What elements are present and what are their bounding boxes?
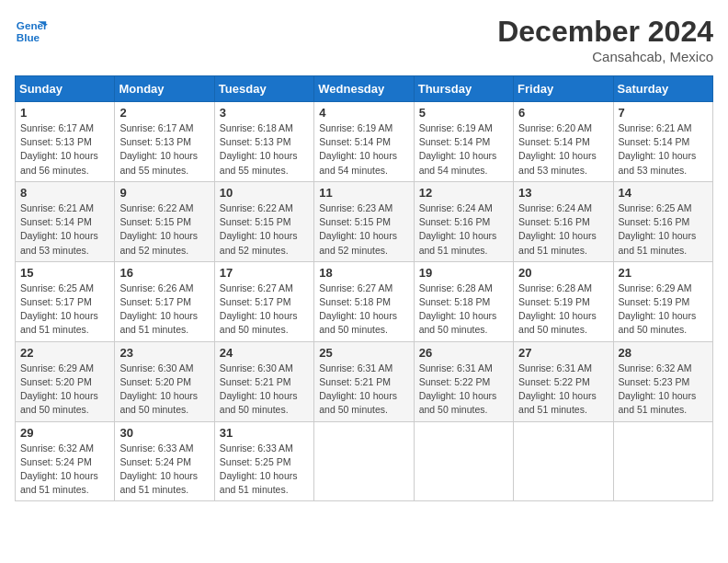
day-info: Sunrise: 6:28 AMSunset: 5:19 PMDaylight:…: [518, 282, 608, 338]
table-row: 19 Sunrise: 6:28 AMSunset: 5:18 PMDaylig…: [414, 261, 513, 341]
day-number: 23: [119, 346, 209, 360]
day-info: Sunrise: 6:29 AMSunset: 5:19 PMDaylight:…: [619, 282, 708, 338]
col-tuesday: Tuesday: [214, 76, 313, 102]
day-info: Sunrise: 6:22 AMSunset: 5:15 PMDaylight:…: [220, 201, 309, 258]
table-row: 9 Sunrise: 6:22 AMSunset: 5:15 PMDayligh…: [115, 181, 214, 261]
day-info: Sunrise: 6:19 AMSunset: 5:14 PMDaylight:…: [319, 121, 408, 178]
day-number: 1: [20, 106, 109, 120]
table-row: 18 Sunrise: 6:27 AMSunset: 5:18 PMDaylig…: [314, 261, 414, 341]
day-info: Sunrise: 6:23 AMSunset: 5:15 PMDaylight:…: [319, 201, 408, 258]
col-wednesday: Wednesday: [314, 76, 414, 102]
svg-text:General: General: [17, 19, 48, 31]
table-row: 12 Sunrise: 6:24 AMSunset: 5:16 PMDaylig…: [414, 181, 513, 261]
table-row: 8 Sunrise: 6:21 AMSunset: 5:14 PMDayligh…: [16, 181, 115, 261]
table-row: 6 Sunrise: 6:20 AMSunset: 5:14 PMDayligh…: [514, 102, 613, 182]
day-info: Sunrise: 6:25 AMSunset: 5:16 PMDaylight:…: [619, 201, 708, 258]
table-row: 24 Sunrise: 6:30 AMSunset: 5:21 PMDaylig…: [214, 341, 313, 421]
table-row: 23 Sunrise: 6:30 AMSunset: 5:20 PMDaylig…: [115, 341, 214, 421]
day-info: Sunrise: 6:31 AMSunset: 5:22 PMDaylight:…: [518, 362, 608, 418]
day-number: 30: [119, 426, 209, 440]
day-number: 31: [220, 426, 309, 440]
page-header: General Blue December 2024 Cansahcab, Me…: [15, 15, 713, 64]
table-row: 30 Sunrise: 6:33 AMSunset: 5:24 PMDaylig…: [115, 421, 214, 501]
table-row: [314, 421, 414, 501]
day-info: Sunrise: 6:21 AMSunset: 5:14 PMDaylight:…: [619, 121, 708, 178]
day-info: Sunrise: 6:32 AMSunset: 5:24 PMDaylight:…: [20, 442, 109, 498]
table-row: 5 Sunrise: 6:19 AMSunset: 5:14 PMDayligh…: [414, 102, 513, 182]
table-row: 29 Sunrise: 6:32 AMSunset: 5:24 PMDaylig…: [16, 421, 115, 501]
table-row: 25 Sunrise: 6:31 AMSunset: 5:21 PMDaylig…: [314, 341, 414, 421]
day-info: Sunrise: 6:25 AMSunset: 5:17 PMDaylight:…: [20, 282, 109, 338]
day-number: 27: [518, 346, 608, 360]
calendar-week-row: 29 Sunrise: 6:32 AMSunset: 5:24 PMDaylig…: [16, 421, 713, 501]
location: Cansahcab, Mexico: [497, 49, 713, 64]
day-number: 5: [419, 106, 508, 120]
day-info: Sunrise: 6:33 AMSunset: 5:25 PMDaylight:…: [220, 442, 309, 498]
day-info: Sunrise: 6:30 AMSunset: 5:21 PMDaylight:…: [220, 362, 309, 418]
day-info: Sunrise: 6:26 AMSunset: 5:17 PMDaylight:…: [119, 282, 209, 338]
day-number: 12: [419, 186, 508, 200]
day-number: 17: [220, 266, 309, 280]
day-number: 2: [119, 106, 209, 120]
day-info: Sunrise: 6:17 AMSunset: 5:13 PMDaylight:…: [20, 121, 109, 178]
day-number: 21: [619, 266, 708, 280]
table-row: 27 Sunrise: 6:31 AMSunset: 5:22 PMDaylig…: [514, 341, 613, 421]
day-number: 6: [518, 106, 608, 120]
table-row: 3 Sunrise: 6:18 AMSunset: 5:13 PMDayligh…: [214, 102, 313, 182]
day-info: Sunrise: 6:32 AMSunset: 5:23 PMDaylight:…: [619, 362, 708, 418]
table-row: 7 Sunrise: 6:21 AMSunset: 5:14 PMDayligh…: [613, 102, 712, 182]
day-info: Sunrise: 6:19 AMSunset: 5:14 PMDaylight:…: [419, 121, 508, 178]
day-info: Sunrise: 6:24 AMSunset: 5:16 PMDaylight:…: [518, 201, 608, 258]
col-sunday: Sunday: [16, 76, 115, 102]
month-title: December 2024: [497, 15, 713, 49]
day-number: 9: [119, 186, 209, 200]
day-number: 20: [518, 266, 608, 280]
table-row: 4 Sunrise: 6:19 AMSunset: 5:14 PMDayligh…: [314, 102, 414, 182]
day-info: Sunrise: 6:22 AMSunset: 5:15 PMDaylight:…: [119, 201, 209, 258]
day-info: Sunrise: 6:27 AMSunset: 5:18 PMDaylight:…: [319, 282, 408, 338]
logo: General Blue: [15, 15, 51, 48]
table-row: 17 Sunrise: 6:27 AMSunset: 5:17 PMDaylig…: [214, 261, 313, 341]
day-number: 8: [20, 186, 109, 200]
table-row: [414, 421, 513, 501]
day-info: Sunrise: 6:24 AMSunset: 5:16 PMDaylight:…: [419, 201, 508, 258]
calendar-table: Sunday Monday Tuesday Wednesday Thursday…: [15, 75, 713, 501]
day-info: Sunrise: 6:27 AMSunset: 5:17 PMDaylight:…: [220, 282, 309, 338]
day-number: 11: [319, 186, 408, 200]
day-info: Sunrise: 6:21 AMSunset: 5:14 PMDaylight:…: [20, 201, 109, 258]
col-saturday: Saturday: [613, 76, 712, 102]
day-info: Sunrise: 6:28 AMSunset: 5:18 PMDaylight:…: [419, 282, 508, 338]
calendar-week-row: 22 Sunrise: 6:29 AMSunset: 5:20 PMDaylig…: [16, 341, 713, 421]
day-number: 26: [419, 346, 508, 360]
col-monday: Monday: [115, 76, 214, 102]
day-info: Sunrise: 6:30 AMSunset: 5:20 PMDaylight:…: [119, 362, 209, 418]
day-info: Sunrise: 6:20 AMSunset: 5:14 PMDaylight:…: [518, 121, 608, 178]
day-number: 18: [319, 266, 408, 280]
table-row: 10 Sunrise: 6:22 AMSunset: 5:15 PMDaylig…: [214, 181, 313, 261]
table-row: 11 Sunrise: 6:23 AMSunset: 5:15 PMDaylig…: [314, 181, 414, 261]
table-row: 20 Sunrise: 6:28 AMSunset: 5:19 PMDaylig…: [514, 261, 613, 341]
day-number: 29: [20, 426, 109, 440]
table-row: 21 Sunrise: 6:29 AMSunset: 5:19 PMDaylig…: [613, 261, 712, 341]
day-number: 15: [20, 266, 109, 280]
day-number: 24: [220, 346, 309, 360]
day-info: Sunrise: 6:33 AMSunset: 5:24 PMDaylight:…: [119, 442, 209, 498]
day-info: Sunrise: 6:17 AMSunset: 5:13 PMDaylight:…: [119, 121, 209, 178]
table-row: 31 Sunrise: 6:33 AMSunset: 5:25 PMDaylig…: [214, 421, 313, 501]
table-row: [613, 421, 712, 501]
table-row: 22 Sunrise: 6:29 AMSunset: 5:20 PMDaylig…: [16, 341, 115, 421]
table-row: 13 Sunrise: 6:24 AMSunset: 5:16 PMDaylig…: [514, 181, 613, 261]
day-number: 28: [619, 346, 708, 360]
calendar-header-row: Sunday Monday Tuesday Wednesday Thursday…: [16, 76, 713, 102]
svg-text:Blue: Blue: [17, 31, 40, 43]
col-thursday: Thursday: [414, 76, 513, 102]
day-number: 14: [619, 186, 708, 200]
day-number: 25: [319, 346, 408, 360]
day-number: 10: [220, 186, 309, 200]
day-info: Sunrise: 6:31 AMSunset: 5:21 PMDaylight:…: [319, 362, 408, 418]
day-number: 7: [619, 106, 708, 120]
table-row: 14 Sunrise: 6:25 AMSunset: 5:16 PMDaylig…: [613, 181, 712, 261]
day-info: Sunrise: 6:18 AMSunset: 5:13 PMDaylight:…: [220, 121, 309, 178]
table-row: 16 Sunrise: 6:26 AMSunset: 5:17 PMDaylig…: [115, 261, 214, 341]
day-info: Sunrise: 6:29 AMSunset: 5:20 PMDaylight:…: [20, 362, 109, 418]
